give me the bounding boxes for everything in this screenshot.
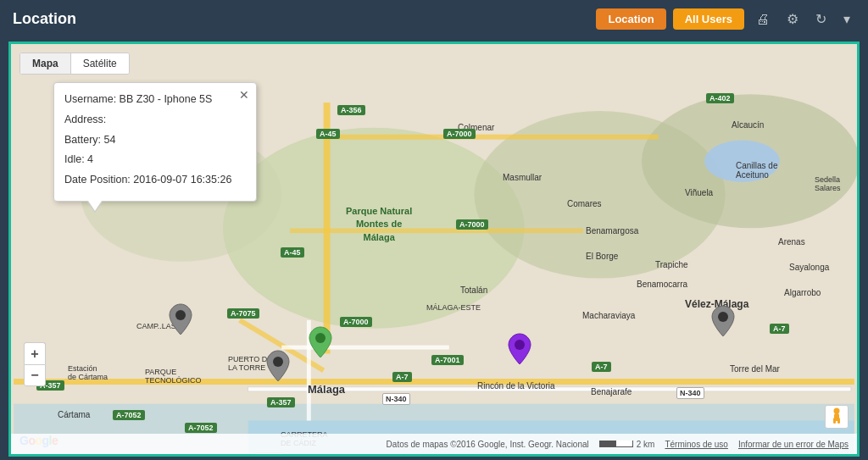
header: Location Location All Users 🖨 ⚙ ↻ ▾ xyxy=(0,0,868,38)
svg-rect-9 xyxy=(324,135,659,140)
svg-point-17 xyxy=(273,357,283,367)
road-a7075: A-7075 xyxy=(227,308,259,319)
svg-point-19 xyxy=(515,340,525,350)
map-footer: Datos de mapas ©2016 Google, Inst. Geogr… xyxy=(11,434,857,454)
marker-2[interactable] xyxy=(265,349,291,383)
road-a356: A-356 xyxy=(337,105,365,115)
road-a7052-right: A-7052 xyxy=(185,423,217,433)
svg-point-20 xyxy=(718,312,728,322)
svg-point-16 xyxy=(175,310,186,320)
road-a45-mid: A-45 xyxy=(281,247,304,258)
city-benamocarra: Benamocarra xyxy=(637,280,687,289)
popup-battery: Battery: 54 xyxy=(64,132,246,148)
road-a7000-mid: A-7000 xyxy=(456,219,488,230)
popup-address-label: Address: xyxy=(64,112,246,128)
refresh-button[interactable]: ↻ xyxy=(810,8,832,30)
zoom-in-button[interactable]: + xyxy=(24,342,46,364)
road-a357-right: A-357 xyxy=(267,397,295,407)
road-a7-right: A-7 xyxy=(770,324,789,334)
svg-rect-11 xyxy=(14,379,854,385)
svg-rect-23 xyxy=(833,418,836,424)
dropdown-button[interactable]: ▾ xyxy=(838,8,855,30)
city-malaga: Málaga xyxy=(308,383,345,396)
popup-idle: Idle: 4 xyxy=(64,152,246,168)
zoom-out-button[interactable]: − xyxy=(24,364,46,386)
city-vinuela: Viñuela xyxy=(685,188,713,197)
app-title: Location xyxy=(13,10,76,28)
info-popup: ✕ Username: BB Z30 - Iphone 5S Address: … xyxy=(53,82,257,202)
city-macharaviaya: Macharaviaya xyxy=(582,311,635,320)
road-a7052-left: A-7052 xyxy=(113,410,145,420)
svg-rect-10 xyxy=(290,228,583,233)
popup-close-button[interactable]: ✕ xyxy=(239,88,249,102)
road-n340-right: N-340 xyxy=(676,387,704,399)
city-el-borge: El Borge xyxy=(586,252,618,261)
marker-5[interactable] xyxy=(710,304,736,338)
city-alcaucin: Alcaucín xyxy=(732,120,764,130)
city-comares: Comares xyxy=(567,199,602,208)
road-a45-top: A-45 xyxy=(316,129,340,139)
location-button[interactable]: Location xyxy=(596,8,665,30)
road-a7-left: A-7 xyxy=(392,372,412,382)
road-a7000-lo: A-7000 xyxy=(340,317,372,327)
svg-point-21 xyxy=(834,408,840,414)
pegman-button[interactable] xyxy=(825,405,849,429)
city-totalan: Totalán xyxy=(460,285,487,295)
city-trapiche: Trapiche xyxy=(655,260,688,269)
header-controls: Location All Users 🖨 ⚙ ↻ ▾ xyxy=(596,8,855,30)
tab-satelite[interactable]: Satélite xyxy=(70,53,129,74)
marker-1[interactable] xyxy=(168,302,193,336)
road-a7-mid: A-7 xyxy=(592,362,611,372)
print-button[interactable]: 🖨 xyxy=(751,8,775,30)
city-cartama: Cártama xyxy=(58,410,90,419)
city-sedella: SedellaSalares xyxy=(815,175,841,192)
city-benamargosa: Benamargosa xyxy=(586,226,638,236)
city-rincon: Rincón de la Victoria xyxy=(477,381,555,391)
map-scale-bar: 2 km xyxy=(599,440,655,449)
road-a402: A-402 xyxy=(706,93,734,103)
city-masmullar: Masmullar xyxy=(503,173,542,182)
svg-rect-24 xyxy=(837,418,840,424)
city-arenas: Arenas xyxy=(778,237,805,247)
tab-mapa[interactable]: Mapa xyxy=(20,53,70,74)
park-label: Parque NaturalMontes deMálaga xyxy=(346,205,412,244)
city-sayalonga: Sayalonga xyxy=(789,263,829,272)
road-a7000-top: A-7000 xyxy=(443,129,476,139)
all-users-button[interactable]: All Users xyxy=(673,8,744,30)
map-attribution: Datos de mapas ©2016 Google, Inst. Geogr… xyxy=(387,440,589,449)
map-terms[interactable]: Términos de uso xyxy=(665,440,727,449)
popup-username: Username: BB Z30 - Iphone 5S xyxy=(64,91,246,108)
city-malaga-este: MÁLAGA-ESTE xyxy=(426,303,481,312)
settings-button[interactable]: ⚙ xyxy=(782,8,804,30)
zoom-controls: + − xyxy=(24,342,46,386)
city-parque-tec: PARQUETECNOLÓGICO xyxy=(145,368,202,385)
map-tabs: Mapa Satélite xyxy=(19,53,130,75)
city-canillas: Canillas deAceituno xyxy=(736,161,777,180)
city-torre-del-mar: Torre del Mar xyxy=(730,364,780,374)
marker-4[interactable] xyxy=(507,332,532,366)
popup-battery-value: 54 xyxy=(104,134,116,146)
city-algarrobo: Algarrobo xyxy=(784,288,821,297)
marker-3[interactable] xyxy=(308,325,333,359)
svg-point-18 xyxy=(315,333,326,343)
road-a7001: A-7001 xyxy=(431,355,464,365)
city-estacion-cartama: Estaciónde Cártama xyxy=(68,364,108,381)
map-report[interactable]: Informar de un error de Maps xyxy=(738,440,849,449)
city-benajarafe: Benajarafe xyxy=(591,387,632,396)
popup-date: Date Position: 2016-09-07 16:35:26 xyxy=(64,172,246,188)
map-container: Mapa Satélite Málaga Colmenar Alcaucín M… xyxy=(8,42,860,457)
popup-idle-value: 4 xyxy=(87,153,93,165)
road-n340-left: N-340 xyxy=(382,393,410,405)
